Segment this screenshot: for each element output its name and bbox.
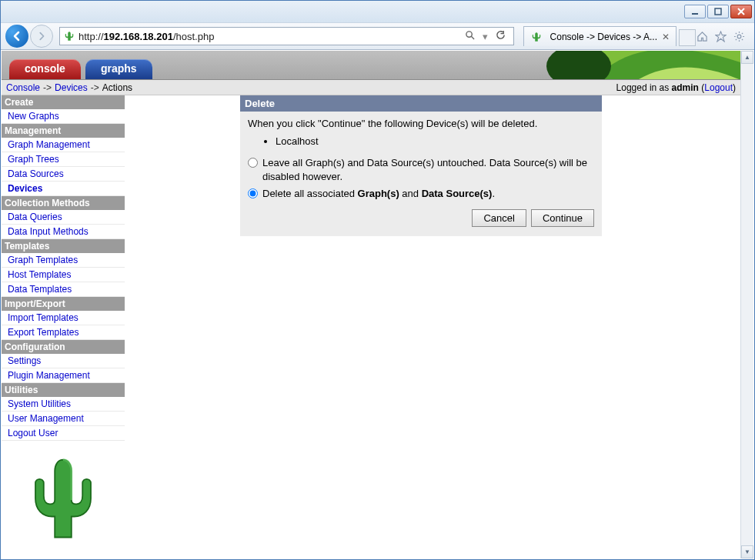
sidebar-item-data-templates[interactable]: Data Templates xyxy=(2,282,125,297)
sidebar-item-plugin-management[interactable]: Plugin Management xyxy=(2,368,125,383)
list-item: Localhost xyxy=(276,135,594,147)
svg-line-5 xyxy=(471,36,474,39)
header-decor xyxy=(448,51,740,80)
sidebar-item-data-queries[interactable]: Data Queries xyxy=(2,210,125,225)
sidebar-item-graph-trees[interactable]: Graph Trees xyxy=(2,152,125,167)
crumb-devices[interactable]: Devices xyxy=(55,82,88,93)
sidebar-section-header: Management xyxy=(2,124,125,138)
browser-tab[interactable]: Console -> Devices -> A... ✕ xyxy=(523,26,676,46)
search-icon[interactable] xyxy=(465,30,475,42)
crumb-actions: Actions xyxy=(102,82,132,93)
panel-intro: When you click "Continue" the following … xyxy=(248,118,594,129)
maximize-button[interactable] xyxy=(707,5,729,18)
svg-point-8 xyxy=(546,51,611,80)
sidebar-item-graph-templates[interactable]: Graph Templates xyxy=(2,253,125,268)
sidebar-item-import-templates[interactable]: Import Templates xyxy=(2,311,125,325)
sidebar-section-header: Templates xyxy=(2,239,125,253)
tab-icon xyxy=(530,31,543,43)
sidebar-section-header: Collection Methods xyxy=(2,196,125,210)
minimize-button[interactable] xyxy=(684,5,706,18)
crumb-console[interactable]: Console xyxy=(6,82,40,93)
sidebar-item-logout-user[interactable]: Logout User xyxy=(2,426,125,441)
addr-dropdown-icon[interactable]: ▾ xyxy=(483,31,488,42)
address-bar[interactable]: http://192.168.18.201/host.php ▾ xyxy=(59,27,514,45)
sidebar-item-data-sources[interactable]: Data Sources xyxy=(2,167,125,182)
nav-forward-button[interactable] xyxy=(30,25,53,48)
svg-point-6 xyxy=(737,35,741,38)
app-header: console graphs xyxy=(2,51,740,80)
new-tab-button[interactable] xyxy=(679,29,696,46)
tab-close-icon[interactable]: ✕ xyxy=(662,32,670,42)
vertical-scrollbar[interactable]: ▲ ▼ xyxy=(740,51,753,558)
tab-graphs[interactable]: graphs xyxy=(85,59,152,79)
option-delete-all[interactable]: Delete all associated Graph(s) and Data … xyxy=(248,187,594,201)
window-titlebar xyxy=(1,1,754,22)
sidebar-item-devices[interactable]: Devices xyxy=(2,182,125,196)
settings-icon[interactable] xyxy=(733,30,745,42)
sidebar-item-new-graphs[interactable]: New Graphs xyxy=(2,109,125,124)
scroll-down-button[interactable]: ▼ xyxy=(741,545,753,558)
login-status: Logged in as admin (Logout) xyxy=(616,82,736,93)
sidebar: CreateNew GraphsManagementGraph Manageme… xyxy=(2,95,125,552)
radio-delete-all[interactable] xyxy=(248,188,258,198)
continue-button[interactable]: Continue xyxy=(531,209,594,227)
device-list: Localhost xyxy=(276,135,594,147)
refresh-icon[interactable] xyxy=(496,30,506,42)
site-icon xyxy=(63,30,75,42)
close-button[interactable] xyxy=(730,5,752,18)
sidebar-section-header: Configuration xyxy=(2,340,125,354)
delete-panel: Delete When you click "Continue" the fol… xyxy=(240,95,602,236)
scroll-up-button[interactable]: ▲ xyxy=(741,51,753,64)
sidebar-item-user-management[interactable]: User Management xyxy=(2,412,125,426)
sidebar-section-header: Import/Export xyxy=(2,297,125,311)
sidebar-item-export-templates[interactable]: Export Templates xyxy=(2,325,125,340)
sidebar-section-header: Create xyxy=(2,95,125,109)
sidebar-item-data-input-methods[interactable]: Data Input Methods xyxy=(2,225,125,239)
sidebar-item-settings[interactable]: Settings xyxy=(2,354,125,368)
url-text: http://192.168.18.201/host.php xyxy=(79,31,460,42)
tab-title: Console -> Devices -> A... xyxy=(550,32,657,42)
sidebar-item-graph-management[interactable]: Graph Management xyxy=(2,138,125,152)
sidebar-item-host-templates[interactable]: Host Templates xyxy=(2,268,125,282)
option-leave-untouched[interactable]: Leave all Graph(s) and Data Source(s) un… xyxy=(248,156,594,184)
nav-back-button[interactable] xyxy=(5,25,28,48)
sidebar-section-header: Utilities xyxy=(2,383,125,397)
cancel-button[interactable]: Cancel xyxy=(472,209,526,227)
breadcrumb: Console -> Devices -> Actions Logged in … xyxy=(2,80,740,95)
panel-title: Delete xyxy=(240,95,602,112)
tab-console[interactable]: console xyxy=(9,59,81,79)
svg-point-4 xyxy=(466,32,471,37)
svg-rect-1 xyxy=(715,8,721,15)
home-icon[interactable] xyxy=(696,30,708,42)
favorites-icon[interactable] xyxy=(714,30,727,42)
cactus-logo xyxy=(28,453,98,545)
logout-link[interactable]: Logout xyxy=(704,82,733,93)
sidebar-item-system-utilities[interactable]: System Utilities xyxy=(2,397,125,412)
browser-navbar: http://192.168.18.201/host.php ▾ Console… xyxy=(1,22,754,50)
radio-leave[interactable] xyxy=(248,158,258,168)
